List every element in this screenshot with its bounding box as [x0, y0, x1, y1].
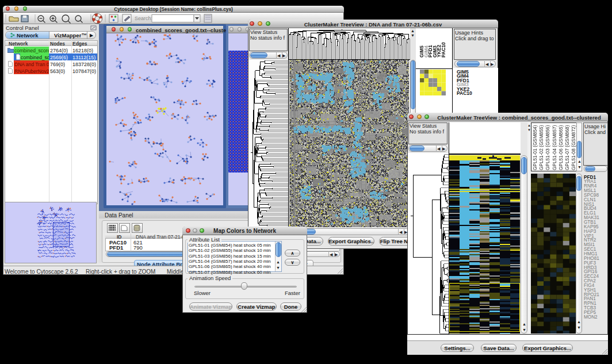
- svg-text:Search:: Search:: [135, 16, 152, 21]
